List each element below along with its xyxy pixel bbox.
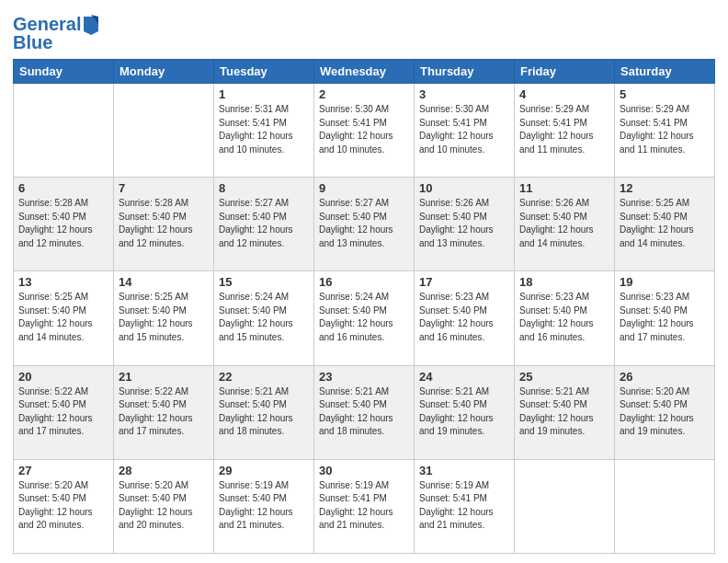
empty-cell bbox=[615, 459, 715, 553]
calendar-week-row: 1Sunrise: 5:31 AM Sunset: 5:41 PM Daylig… bbox=[14, 84, 715, 178]
day-info: Sunrise: 5:20 AM Sunset: 5:40 PM Dayligh… bbox=[620, 385, 710, 439]
day-number: 2 bbox=[319, 87, 409, 101]
day-info: Sunrise: 5:21 AM Sunset: 5:40 PM Dayligh… bbox=[319, 385, 409, 439]
weekday-header-thursday: Thursday bbox=[415, 60, 515, 84]
calendar-day-cell: 29Sunrise: 5:19 AM Sunset: 5:40 PM Dayli… bbox=[214, 459, 314, 553]
calendar-day-cell: 24Sunrise: 5:21 AM Sunset: 5:40 PM Dayli… bbox=[415, 365, 515, 459]
day-number: 18 bbox=[519, 275, 609, 289]
calendar-day-cell: 12Sunrise: 5:25 AM Sunset: 5:40 PM Dayli… bbox=[615, 178, 715, 271]
day-number: 14 bbox=[119, 275, 209, 289]
day-info: Sunrise: 5:23 AM Sunset: 5:40 PM Dayligh… bbox=[519, 291, 609, 344]
day-info: Sunrise: 5:28 AM Sunset: 5:40 PM Dayligh… bbox=[119, 197, 209, 250]
day-number: 5 bbox=[620, 87, 710, 101]
calendar-day-cell: 1Sunrise: 5:31 AM Sunset: 5:41 PM Daylig… bbox=[214, 84, 314, 178]
calendar-day-cell: 9Sunrise: 5:27 AM Sunset: 5:40 PM Daylig… bbox=[314, 178, 415, 271]
day-number: 19 bbox=[620, 275, 710, 289]
day-number: 31 bbox=[419, 464, 509, 477]
day-number: 8 bbox=[219, 181, 309, 195]
day-info: Sunrise: 5:31 AM Sunset: 5:41 PM Dayligh… bbox=[219, 103, 309, 156]
day-number: 29 bbox=[219, 464, 309, 477]
calendar-week-row: 27Sunrise: 5:20 AM Sunset: 5:40 PM Dayli… bbox=[14, 459, 715, 553]
calendar-day-cell: 26Sunrise: 5:20 AM Sunset: 5:40 PM Dayli… bbox=[615, 365, 715, 459]
weekday-header-sunday: Sunday bbox=[14, 60, 114, 84]
weekday-header-saturday: Saturday bbox=[615, 60, 715, 84]
day-number: 24 bbox=[419, 370, 509, 384]
calendar-day-cell: 8Sunrise: 5:27 AM Sunset: 5:40 PM Daylig… bbox=[214, 178, 314, 271]
day-info: Sunrise: 5:25 AM Sunset: 5:40 PM Dayligh… bbox=[18, 291, 108, 344]
calendar-day-cell: 5Sunrise: 5:29 AM Sunset: 5:41 PM Daylig… bbox=[615, 84, 715, 178]
day-number: 28 bbox=[119, 464, 209, 477]
day-number: 1 bbox=[219, 87, 309, 101]
weekday-header-tuesday: Tuesday bbox=[214, 60, 314, 84]
day-info: Sunrise: 5:27 AM Sunset: 5:40 PM Dayligh… bbox=[219, 197, 309, 250]
day-number: 23 bbox=[319, 370, 409, 384]
calendar-day-cell: 17Sunrise: 5:23 AM Sunset: 5:40 PM Dayli… bbox=[415, 271, 515, 365]
weekday-header-wednesday: Wednesday bbox=[314, 60, 415, 84]
day-number: 27 bbox=[18, 464, 108, 477]
logo: General Blue bbox=[13, 13, 100, 52]
empty-cell bbox=[114, 84, 214, 178]
logo-text2: Blue bbox=[13, 33, 52, 52]
day-info: Sunrise: 5:26 AM Sunset: 5:40 PM Dayligh… bbox=[519, 197, 609, 250]
day-info: Sunrise: 5:21 AM Sunset: 5:40 PM Dayligh… bbox=[519, 385, 609, 439]
day-number: 15 bbox=[219, 275, 309, 289]
calendar-day-cell: 30Sunrise: 5:19 AM Sunset: 5:41 PM Dayli… bbox=[314, 459, 415, 553]
day-info: Sunrise: 5:19 AM Sunset: 5:41 PM Dayligh… bbox=[419, 479, 509, 533]
calendar-day-cell: 15Sunrise: 5:24 AM Sunset: 5:40 PM Dayli… bbox=[214, 271, 314, 365]
day-info: Sunrise: 5:27 AM Sunset: 5:40 PM Dayligh… bbox=[319, 197, 409, 250]
empty-cell bbox=[14, 84, 114, 178]
calendar-week-row: 20Sunrise: 5:22 AM Sunset: 5:40 PM Dayli… bbox=[14, 365, 715, 459]
calendar-day-cell: 7Sunrise: 5:28 AM Sunset: 5:40 PM Daylig… bbox=[114, 178, 214, 271]
day-number: 11 bbox=[519, 181, 609, 195]
header: General Blue bbox=[13, 9, 715, 52]
day-number: 6 bbox=[18, 181, 108, 195]
day-number: 16 bbox=[319, 275, 409, 289]
day-number: 12 bbox=[620, 181, 710, 195]
day-number: 26 bbox=[620, 370, 710, 384]
day-number: 21 bbox=[119, 370, 209, 384]
day-info: Sunrise: 5:22 AM Sunset: 5:40 PM Dayligh… bbox=[119, 385, 209, 439]
weekday-header-monday: Monday bbox=[114, 60, 214, 84]
day-number: 25 bbox=[519, 370, 609, 384]
day-info: Sunrise: 5:26 AM Sunset: 5:40 PM Dayligh… bbox=[419, 197, 509, 250]
day-info: Sunrise: 5:25 AM Sunset: 5:40 PM Dayligh… bbox=[620, 197, 710, 250]
calendar-day-cell: 20Sunrise: 5:22 AM Sunset: 5:40 PM Dayli… bbox=[14, 365, 114, 459]
day-number: 9 bbox=[319, 181, 409, 195]
day-info: Sunrise: 5:19 AM Sunset: 5:41 PM Dayligh… bbox=[319, 479, 409, 533]
day-info: Sunrise: 5:20 AM Sunset: 5:40 PM Dayligh… bbox=[119, 479, 209, 533]
calendar-day-cell: 21Sunrise: 5:22 AM Sunset: 5:40 PM Dayli… bbox=[114, 365, 214, 459]
calendar-table: SundayMondayTuesdayWednesdayThursdayFrid… bbox=[13, 59, 715, 554]
day-info: Sunrise: 5:29 AM Sunset: 5:41 PM Dayligh… bbox=[519, 103, 609, 156]
calendar-day-cell: 18Sunrise: 5:23 AM Sunset: 5:40 PM Dayli… bbox=[515, 271, 615, 365]
day-info: Sunrise: 5:23 AM Sunset: 5:40 PM Dayligh… bbox=[620, 291, 710, 344]
calendar-day-cell: 28Sunrise: 5:20 AM Sunset: 5:40 PM Dayli… bbox=[114, 459, 214, 553]
calendar-day-cell: 19Sunrise: 5:23 AM Sunset: 5:40 PM Dayli… bbox=[615, 271, 715, 365]
calendar-week-row: 13Sunrise: 5:25 AM Sunset: 5:40 PM Dayli… bbox=[14, 271, 715, 365]
day-info: Sunrise: 5:21 AM Sunset: 5:40 PM Dayligh… bbox=[219, 385, 309, 439]
day-info: Sunrise: 5:19 AM Sunset: 5:40 PM Dayligh… bbox=[219, 479, 309, 533]
day-number: 7 bbox=[119, 181, 209, 195]
calendar-day-cell: 2Sunrise: 5:30 AM Sunset: 5:41 PM Daylig… bbox=[314, 84, 415, 178]
calendar-day-cell: 27Sunrise: 5:20 AM Sunset: 5:40 PM Dayli… bbox=[14, 459, 114, 553]
logo-icon bbox=[82, 13, 100, 35]
day-number: 13 bbox=[18, 275, 108, 289]
day-info: Sunrise: 5:24 AM Sunset: 5:40 PM Dayligh… bbox=[219, 291, 309, 344]
calendar-day-cell: 11Sunrise: 5:26 AM Sunset: 5:40 PM Dayli… bbox=[515, 178, 615, 271]
calendar-header-row: SundayMondayTuesdayWednesdayThursdayFrid… bbox=[14, 60, 715, 84]
day-number: 30 bbox=[319, 464, 409, 477]
calendar-week-row: 6Sunrise: 5:28 AM Sunset: 5:40 PM Daylig… bbox=[14, 178, 715, 271]
day-info: Sunrise: 5:24 AM Sunset: 5:40 PM Dayligh… bbox=[319, 291, 409, 344]
day-number: 10 bbox=[419, 181, 509, 195]
calendar-day-cell: 31Sunrise: 5:19 AM Sunset: 5:41 PM Dayli… bbox=[415, 459, 515, 553]
calendar-day-cell: 6Sunrise: 5:28 AM Sunset: 5:40 PM Daylig… bbox=[14, 178, 114, 271]
weekday-header-friday: Friday bbox=[515, 60, 615, 84]
empty-cell bbox=[515, 459, 615, 553]
calendar-day-cell: 25Sunrise: 5:21 AM Sunset: 5:40 PM Dayli… bbox=[515, 365, 615, 459]
day-info: Sunrise: 5:23 AM Sunset: 5:40 PM Dayligh… bbox=[419, 291, 509, 344]
day-info: Sunrise: 5:20 AM Sunset: 5:40 PM Dayligh… bbox=[18, 479, 108, 533]
calendar-day-cell: 3Sunrise: 5:30 AM Sunset: 5:41 PM Daylig… bbox=[415, 84, 515, 178]
calendar-day-cell: 4Sunrise: 5:29 AM Sunset: 5:41 PM Daylig… bbox=[515, 84, 615, 178]
calendar-day-cell: 14Sunrise: 5:25 AM Sunset: 5:40 PM Dayli… bbox=[114, 271, 214, 365]
day-number: 17 bbox=[419, 275, 509, 289]
calendar-day-cell: 16Sunrise: 5:24 AM Sunset: 5:40 PM Dayli… bbox=[314, 271, 415, 365]
